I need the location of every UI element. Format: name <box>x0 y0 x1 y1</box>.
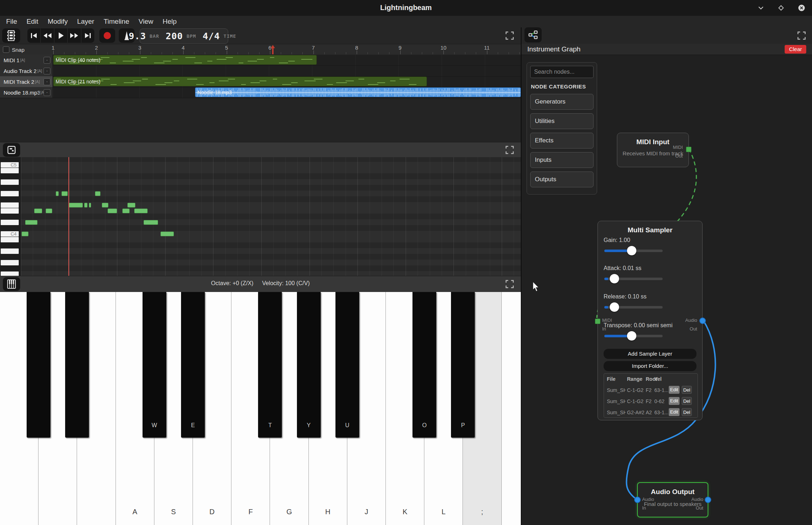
black-key-E[interactable]: E <box>181 292 205 438</box>
track-header-midi-track-2[interactable]: MIDI Track 2[A]- <box>0 76 53 87</box>
slider-thumb[interactable] <box>627 331 636 341</box>
menu-modify[interactable]: Modify <box>43 16 72 27</box>
slider-thumb[interactable] <box>610 274 619 283</box>
menu-edit[interactable]: Edit <box>22 16 43 27</box>
menu-timeline[interactable]: Timeline <box>99 16 134 27</box>
midi-note[interactable] <box>95 191 100 196</box>
piano-roll-key-b3[interactable] <box>1 237 19 242</box>
track-header-noodle-18-mp3[interactable]: Noodle 18.mp3[A]- <box>0 87 53 98</box>
menu-help[interactable]: Help <box>158 16 181 27</box>
piano-roll-fullscreen-button[interactable] <box>505 145 514 155</box>
delete-sample-button[interactable]: Del <box>682 386 692 394</box>
midi-note[interactable] <box>46 209 52 213</box>
fast-forward-button[interactable] <box>68 28 81 43</box>
track-mute-button[interactable]: - <box>44 89 50 96</box>
midi-note[interactable] <box>25 220 37 225</box>
piano-roll-key-c4[interactable]: C4 <box>1 231 19 237</box>
menu-file[interactable]: File <box>1 16 22 27</box>
record-button[interactable] <box>99 28 115 43</box>
audio-out-port[interactable] <box>699 318 706 324</box>
track-mute-button[interactable]: - <box>44 78 50 85</box>
slider-thumb[interactable] <box>610 302 619 312</box>
tempo-display[interactable]: 9.3 BAR 200 BPM 4/4 TIME <box>140 28 228 44</box>
minimize-icon[interactable] <box>757 4 764 12</box>
midi-note[interactable] <box>127 203 135 207</box>
piano-roll-key-a4[interactable] <box>1 179 19 185</box>
node-multi-sampler[interactable]: Multi Sampler Gain: 1.00Attack: 0.01 ssR… <box>597 221 703 420</box>
skip-end-button[interactable] <box>81 28 94 43</box>
import-folder-button[interactable]: Import Folder... <box>604 361 696 371</box>
black-key-Y[interactable]: Y <box>297 292 321 438</box>
add-sample-layer-button[interactable]: Add Sample Layer <box>604 349 696 359</box>
track-mute-button[interactable]: - <box>44 57 50 64</box>
piano-roll-key-e4[interactable] <box>1 208 19 214</box>
black-key-P[interactable]: P <box>451 292 475 438</box>
node-audio-output[interactable]: Audio Output Final output to speakers Au… <box>637 482 708 517</box>
midi-in-port[interactable] <box>595 319 600 324</box>
black-key-unlabeled[interactable] <box>27 292 50 438</box>
skip-start-button[interactable] <box>27 28 41 43</box>
track-header-audio-track-2[interactable]: Audio Track 2[A]- <box>0 65 53 76</box>
audio-out-port[interactable] <box>705 497 711 503</box>
piano-roll-key-b4[interactable] <box>1 168 19 173</box>
timeline-fullscreen-button[interactable] <box>505 31 514 40</box>
menu-layer[interactable]: Layer <box>72 16 99 27</box>
maximize-icon[interactable] <box>777 4 785 12</box>
clear-graph-button[interactable]: Clear <box>785 45 806 54</box>
midi-note[interactable] <box>22 232 28 236</box>
audio-in-port[interactable] <box>634 497 641 503</box>
piano-roll-key-a3[interactable] <box>1 248 19 254</box>
track-header-midi-1[interactable]: MIDI 1[A]- <box>0 55 53 65</box>
playhead-marker[interactable] <box>270 45 276 54</box>
edit-sample-button[interactable]: Edit <box>669 386 680 394</box>
slider-thumb[interactable] <box>627 246 636 255</box>
midi-note[interactable] <box>144 220 158 225</box>
piano-roll-editor[interactable]: C5C4 <box>0 157 521 276</box>
midi-note[interactable] <box>161 232 174 236</box>
midi-note[interactable] <box>84 203 87 207</box>
midi-note[interactable] <box>134 209 148 213</box>
piano-roll-key-f4[interactable] <box>1 202 19 208</box>
rewind-button[interactable] <box>41 28 54 43</box>
node-midi-input[interactable]: MIDI Input Receives MIDI from track MIDI… <box>617 133 689 167</box>
play-button[interactable] <box>54 28 68 43</box>
edit-sample-button[interactable]: Edit <box>669 408 680 416</box>
piano-roll-key-g3[interactable] <box>1 260 19 265</box>
piano-roll-key-d4[interactable] <box>1 220 19 225</box>
piano-roll-key-f3[interactable] <box>1 271 19 276</box>
piano-roll-mode-button[interactable] <box>3 143 20 157</box>
track-mute-button[interactable]: - <box>44 68 50 74</box>
midi-note[interactable] <box>62 191 68 196</box>
midi-note[interactable] <box>69 203 83 207</box>
delete-sample-button[interactable]: Del <box>682 408 692 416</box>
midi-note[interactable] <box>89 203 91 207</box>
graph-canvas[interactable]: NODE CATEGORIES GeneratorsUtilitiesEffec… <box>522 55 812 525</box>
midi-clip[interactable]: MIDI Clip (40 notes) <box>53 55 317 65</box>
keyboard-fullscreen-button[interactable] <box>505 279 514 289</box>
delete-sample-button[interactable]: Del <box>682 397 692 405</box>
piano-roll-key-c5[interactable]: C5 <box>1 162 19 168</box>
graph-mode-button[interactable] <box>524 27 542 42</box>
edit-sample-button[interactable]: Edit <box>669 397 680 405</box>
timeline-ruler[interactable]: Snap 1234567891011 <box>0 44 521 55</box>
film-timeline-button[interactable] <box>2 28 20 43</box>
black-key-unlabeled[interactable] <box>65 292 89 438</box>
midi-note[interactable] <box>56 191 59 196</box>
graph-fullscreen-button[interactable] <box>797 31 806 40</box>
menu-view[interactable]: View <box>134 16 158 27</box>
audio-clip[interactable]: Noodle 18.mp3 <box>195 87 521 97</box>
white-key-idx13[interactable] <box>502 292 521 525</box>
piano-roll-playhead[interactable] <box>68 157 69 276</box>
black-key-O[interactable]: O <box>412 292 436 438</box>
midi-clip[interactable]: MIDI Clip (21 notes) <box>53 77 427 86</box>
midi-note[interactable] <box>108 209 117 213</box>
midi-note[interactable] <box>34 209 42 213</box>
midi-note[interactable] <box>102 203 108 207</box>
black-key-T[interactable]: T <box>258 292 282 438</box>
black-key-W[interactable]: W <box>143 292 166 438</box>
close-icon[interactable] <box>798 4 806 12</box>
piano-roll-key-g4[interactable] <box>1 191 19 196</box>
virtual-keyboard[interactable]: ASDFGHJKL;WETYUOP <box>0 292 521 525</box>
snap-checkbox[interactable] <box>3 46 9 53</box>
midi-out-port[interactable] <box>686 147 691 152</box>
